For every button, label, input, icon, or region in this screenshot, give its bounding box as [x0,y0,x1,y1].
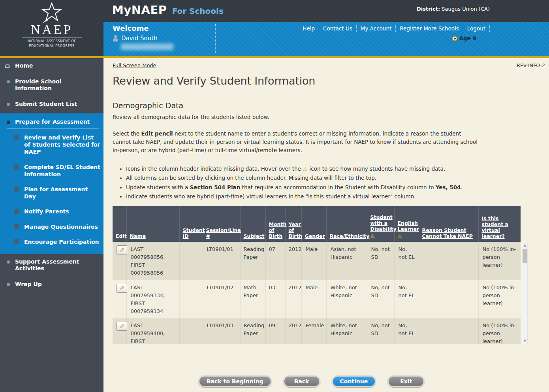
person-icon [113,35,118,41]
cell-student-id [179,280,203,318]
sidebar-item-plan-for-assessment-day[interactable]: Plan for Assessment Day [0,182,103,204]
sidebar-item-prepare-for-assessment[interactable]: Prepare for Assessment [0,114,103,128]
scrollbar-thumb[interactable] [523,249,527,263]
sort-swd-link[interactable]: Student with a Disability [370,214,397,232]
district-info: District: Saugus Union (CA) [417,6,490,12]
sidebar-item-review-and-verify-list[interactable]: Review and Verify List of Students Selec… [0,130,103,160]
cell-reason [419,242,478,280]
back-button[interactable]: Back [283,375,320,387]
student-table: Edit Name Student ID Session/Line # Subj… [113,206,521,344]
sidebar-item-label: Home [15,62,33,69]
cell-virtual: No (100% in-person learner) [478,280,521,318]
column-header-edit: Edit [113,206,126,242]
sidebar-item-label: Review and Verify List of Students Selec… [24,134,100,155]
sidebar-item-label: Support Assessment Activities [15,258,79,272]
scroll-up-button[interactable]: ▲ [522,242,527,248]
cell-subject: Reading Paper [240,318,265,344]
cell-el: No, not EL [394,280,419,318]
table-header-row: Edit Name Student ID Session/Line # Subj… [113,206,521,242]
naep-logo-subtext: NATIONAL ASSESSMENT OF EDUCATIONAL PROGR… [20,39,83,49]
square-bullet-icon [14,224,19,229]
sidebar-item-notify-parents[interactable]: Notify Parents [0,204,103,219]
edit-student-button[interactable]: ✎ [117,245,127,254]
sidebar-item-label: Wrap Up [15,281,42,287]
sort-subject-link[interactable]: Subject [244,233,265,239]
exit-button[interactable]: Exit [387,375,425,387]
cell-swd: No, not SD [367,242,394,280]
welcome-user: David South [113,35,158,42]
radio-icon [452,36,457,41]
edit-student-button[interactable]: ✎ [117,322,127,331]
sidebar-item-manage-questionnaires[interactable]: Manage Questionnaires [0,219,103,234]
sort-month-link[interactable]: Month of Birth [269,221,287,239]
column-header-reason-cannot-take-naep: Reason Student Cannot Take NAEP [419,206,478,242]
sidebar-item-encourage-participation[interactable]: Encourage Participation [0,234,103,249]
cell-edit: ✎ [113,242,126,280]
instructions-paragraph: Select the Edit pencil next to the stude… [113,130,478,155]
square-bullet-icon [14,187,19,192]
instructions-bold-text: Edit pencil [141,130,173,137]
sort-session-link[interactable]: Session/Line # [206,227,241,239]
cell-gender: Male [301,242,326,280]
bullet-text: . [461,184,462,190]
cell-edit: ✎ [113,318,126,344]
column-header-subject: Subject [240,206,265,242]
table-row: ✎ LAST 0007959134, FIRST 0007959134 LT09… [113,280,521,318]
cell-session: LT0901/02 [203,280,240,318]
bullet-icon [7,283,10,286]
cell-name: LAST 0007958056, FIRST 0007958056 [126,242,179,280]
user-name: David South [121,35,158,42]
band-divider [215,24,216,53]
top-nav: HelpContact UsMy AccountRegister More Sc… [299,24,490,32]
sort-el-link[interactable]: English Learner [398,220,419,232]
nav-logout-link[interactable]: Logout [463,25,490,32]
back-to-beginning-button[interactable]: Back to Beginning [198,375,272,387]
sidebar-item-support-assessment-activities[interactable]: Support Assessment Activities [0,254,103,277]
square-bullet-icon [14,164,19,170]
nav-register-more-schools-link[interactable]: Register More Schools [396,25,463,32]
sort-virtual-link[interactable]: Is this student a virtual learner? [482,215,508,239]
nav-contact-us-link[interactable]: Contact Us [319,25,357,32]
continue-button[interactable]: Continue [332,375,376,387]
naep-logo-text: NAEP [0,23,103,37]
sort-race-link[interactable]: Race/Ethnicity [330,233,370,239]
sidebar-item-complete-sdel-student-information[interactable]: Complete SD/EL Student Information [0,160,103,182]
scroll-down-button[interactable]: ▼ [522,338,527,344]
sidebar-item-submit-student-list[interactable]: Submit Student List [0,96,103,112]
bullet-item: Icons in the column header indicate miss… [126,165,483,173]
sort-gender-link[interactable]: Gender [305,233,325,239]
cell-name: LAST 0007959400, FIRST 0007959400 [126,318,179,344]
naep-star-icon [0,2,103,23]
sidebar-item-wrap-up[interactable]: Wrap Up [0,277,103,292]
nav-my-account-link[interactable]: My Account [357,25,396,32]
full-screen-mode-link[interactable]: Full Screen Mode [113,62,156,68]
page-title: Review and Verify Student Information [113,75,549,87]
cell-session: LT0901/03 [203,318,240,344]
cell-reason [419,280,478,318]
app-title: MyNAEP For Schools [112,3,224,17]
sort-student-id-link[interactable]: Student ID [183,227,205,239]
cell-edit: ✎ [113,280,126,318]
cell-student-id [179,318,203,344]
column-header-virtual-learner: Is this student a virtual learner? [478,206,521,242]
sort-reason-link[interactable]: Reason Student Cannot Take NAEP [422,227,473,239]
table-scrollbar[interactable]: ▲ ▼ [522,242,528,344]
missing-data-warning-icon[interactable]: ⚠ [370,233,375,239]
column-header-session-line: Session/Line # [203,206,240,242]
edit-student-button[interactable]: ✎ [117,284,127,293]
age-selector[interactable]: Age 9 [452,35,476,41]
nav-help-link[interactable]: Help [299,25,319,32]
cell-year-of-birth: 2012 [285,280,301,318]
cell-month-of-birth: 07 [265,242,285,280]
sidebar-item-provide-school-information[interactable]: Provide School Information [0,74,103,96]
warning-icon: ⚠ [303,166,308,172]
app-name: MyNAEP [112,3,167,17]
header: NAEP NATIONAL ASSESSMENT OF EDUCATIONAL … [0,0,549,58]
sidebar-item-home[interactable]: ⌂ Home [0,58,103,74]
sidebar: ⌂ Home Provide School Information Submit… [0,58,103,392]
sort-year-link[interactable]: Year of Birth [289,221,303,239]
missing-data-warning-icon[interactable]: ⚠ [398,233,402,239]
column-header-race-ethnicity: Race/Ethnicity [326,206,367,242]
cell-race: Asian, not Hispanic [326,242,367,280]
sort-name-link[interactable]: Name [130,233,146,239]
